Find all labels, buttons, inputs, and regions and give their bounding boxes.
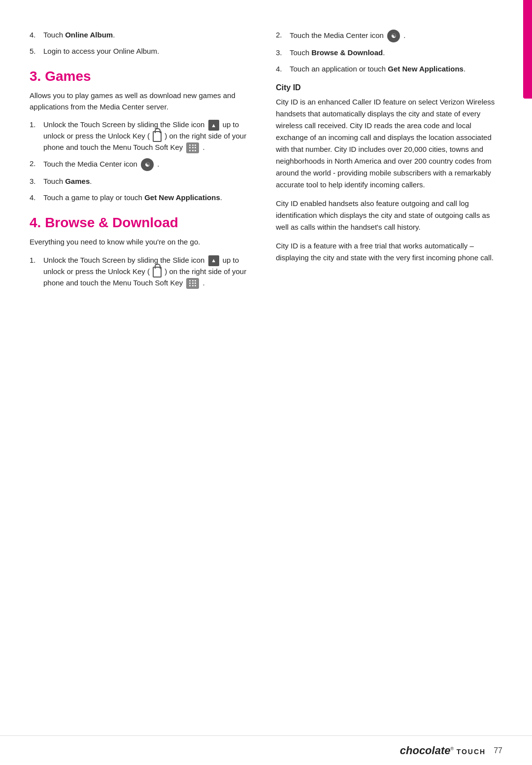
item-number: 4. bbox=[30, 30, 43, 41]
games-heading: 3. Games bbox=[30, 69, 256, 84]
bold-text: Online Album bbox=[65, 31, 113, 39]
sidebar-accent bbox=[523, 0, 532, 99]
list-item: 4. Touch Online Album. bbox=[30, 30, 256, 41]
slide-icon bbox=[208, 120, 219, 131]
games-steps-list: 1. Unlock the Touch Screen by sliding th… bbox=[30, 119, 256, 203]
dot bbox=[192, 144, 194, 146]
item-content: Touch an application or touch Get New Ap… bbox=[290, 64, 502, 75]
item-number: 4. bbox=[30, 192, 43, 204]
dot bbox=[195, 144, 196, 146]
brand-text: chocolate® TOUCH bbox=[400, 744, 486, 757]
dot bbox=[189, 144, 191, 146]
item-content: Touch the Media Center icon ☯ . bbox=[43, 158, 256, 171]
right-column: 2. Touch the Media Center icon ☯ . 3. To… bbox=[276, 30, 502, 726]
list-item: 1. Unlock the Touch Screen by sliding th… bbox=[30, 255, 256, 289]
item-content: Unlock the Touch Screen by sliding the S… bbox=[43, 255, 256, 289]
list-item: 2. Touch the Media Center icon ☯ . bbox=[276, 30, 502, 42]
dot bbox=[192, 285, 194, 286]
dot bbox=[189, 280, 191, 281]
item-number: 1. bbox=[30, 255, 43, 266]
dot bbox=[195, 285, 196, 286]
item-number: 5. bbox=[30, 46, 43, 57]
item-number: 3. bbox=[276, 47, 290, 59]
menu-dots bbox=[189, 144, 196, 151]
menu-softkey-icon bbox=[186, 278, 199, 289]
bold-text: Get New Applications bbox=[144, 193, 220, 202]
list-item: 4. Touch an application or touch Get New… bbox=[276, 64, 502, 75]
dot bbox=[189, 150, 191, 151]
dot bbox=[189, 147, 191, 148]
media-center-icon: ☯ bbox=[387, 30, 400, 42]
item-number: 3. bbox=[30, 176, 43, 187]
item-content: Touch the Media Center icon ☯ . bbox=[290, 30, 502, 42]
list-item: 4. Touch a game to play or touch Get New… bbox=[30, 192, 256, 204]
dot bbox=[195, 147, 196, 148]
city-id-para1: City ID is an enhanced Caller ID feature… bbox=[276, 96, 502, 191]
list-item: 2. Touch the Media Center icon ☯ . bbox=[30, 158, 256, 171]
bold-text: Get New Applications bbox=[388, 65, 464, 73]
unlock-key-icon bbox=[153, 131, 162, 142]
left-column: 4. Touch Online Album. 5. Login to acces… bbox=[30, 30, 256, 726]
item-content: Unlock the Touch Screen by sliding the S… bbox=[43, 119, 256, 153]
brand-sub: TOUCH bbox=[457, 748, 486, 756]
city-id-para2: City ID enabled handsets also feature ou… bbox=[276, 198, 502, 233]
dot bbox=[192, 282, 194, 284]
media-center-icon: ☯ bbox=[141, 158, 154, 171]
item-number: 1. bbox=[30, 119, 43, 131]
item-content: Touch Games. bbox=[43, 176, 256, 187]
dot bbox=[192, 147, 194, 148]
prev-items-list: 4. Touch Online Album. 5. Login to acces… bbox=[30, 30, 256, 57]
item-content: Touch Browse & Download. bbox=[290, 47, 502, 59]
item-content: Login to access your Online Album. bbox=[43, 46, 256, 57]
dot bbox=[189, 282, 191, 284]
browse-steps-list-left: 1. Unlock the Touch Screen by sliding th… bbox=[30, 255, 256, 289]
item-number: 2. bbox=[276, 30, 290, 41]
dot bbox=[192, 280, 194, 281]
list-item: 5. Login to access your Online Album. bbox=[30, 46, 256, 57]
list-item: 1. Unlock the Touch Screen by sliding th… bbox=[30, 119, 256, 153]
page-number: 77 bbox=[494, 746, 502, 755]
dot bbox=[192, 150, 194, 151]
games-body: Allows you to play games as well as down… bbox=[30, 90, 256, 112]
list-item: 3. Touch Browse & Download. bbox=[276, 47, 502, 59]
brand-name: chocolate bbox=[400, 744, 451, 757]
footer-bar: chocolate® TOUCH 77 bbox=[0, 735, 532, 765]
menu-dots bbox=[189, 280, 196, 287]
item-content: Touch a game to play or touch Get New Ap… bbox=[43, 192, 256, 204]
item-number: 4. bbox=[276, 64, 290, 75]
slide-icon bbox=[208, 255, 219, 266]
browse-body: Everything you need to know while you're… bbox=[30, 237, 256, 248]
list-item: 3. Touch Games. bbox=[30, 176, 256, 187]
item-content: Touch Online Album. bbox=[43, 30, 256, 41]
unlock-key-icon bbox=[153, 267, 162, 278]
dot bbox=[195, 150, 196, 151]
city-id-section: City ID City ID is an enhanced Caller ID… bbox=[276, 83, 502, 264]
dot bbox=[189, 285, 191, 286]
menu-softkey-icon bbox=[186, 142, 199, 153]
dot bbox=[195, 282, 196, 284]
bold-text: Games bbox=[65, 177, 90, 185]
browse-heading: 4. Browse & Download bbox=[30, 215, 256, 231]
bold-text: Browse & Download bbox=[311, 48, 383, 57]
browse-steps-list-right: 2. Touch the Media Center icon ☯ . 3. To… bbox=[276, 30, 502, 74]
item-number: 2. bbox=[30, 158, 43, 170]
dot bbox=[195, 280, 196, 281]
city-id-para3: City ID is a feature with a free trial t… bbox=[276, 240, 502, 264]
city-id-title: City ID bbox=[276, 83, 502, 92]
